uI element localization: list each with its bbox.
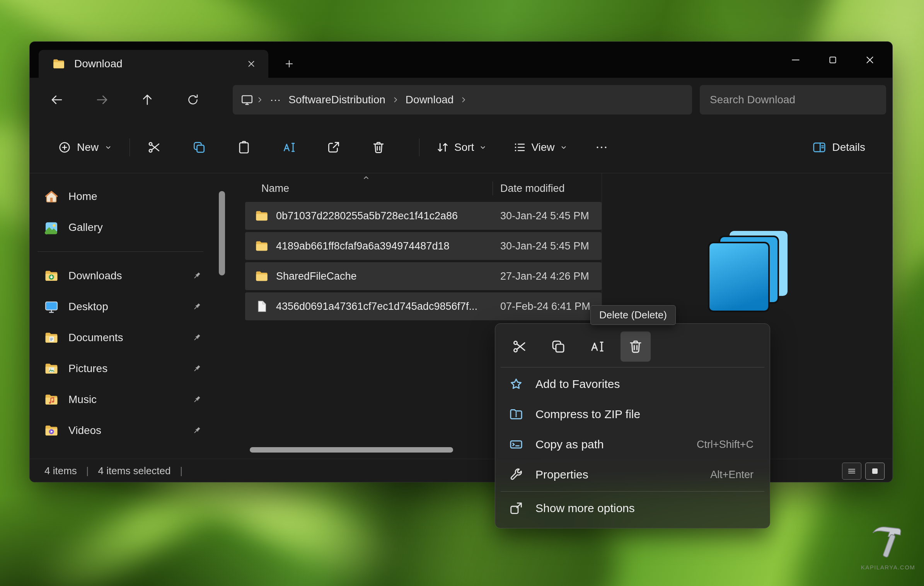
up-button[interactable] xyxy=(138,91,157,109)
large-icons-view-toggle[interactable] xyxy=(865,463,885,480)
sidebar-item-downloads[interactable]: Downloads xyxy=(33,260,214,291)
more-options-button[interactable] xyxy=(587,135,616,160)
chevron-down-icon xyxy=(104,143,113,152)
paste-button[interactable] xyxy=(230,135,258,160)
paste-icon xyxy=(237,140,251,155)
tab-strip: Download xyxy=(30,42,892,78)
more-icon xyxy=(595,140,609,154)
sidebar-scrollbar-thumb[interactable] xyxy=(219,191,225,275)
forward-button[interactable] xyxy=(93,91,111,109)
sidebar-item-pictures[interactable]: Pictures xyxy=(33,353,214,384)
menu-item-add-to-favorites[interactable]: Add to Favorites xyxy=(498,369,767,399)
sidebar-item-videos[interactable]: Videos xyxy=(33,415,214,446)
new-tab-button[interactable] xyxy=(280,55,298,73)
tab-folder-icon xyxy=(52,57,66,71)
file-row[interactable]: SharedFileCache 27-Jan-24 4:26 PM xyxy=(245,262,602,290)
menu-item-show-more-options[interactable]: Show more options xyxy=(498,493,767,523)
sidebar-item-label: Gallery xyxy=(68,221,103,234)
sidebar-item-documents[interactable]: Documents xyxy=(33,322,214,353)
details-view-icon xyxy=(847,466,857,476)
sidebar-item-gallery[interactable]: Gallery xyxy=(33,212,214,243)
copy-button[interactable] xyxy=(543,331,573,362)
sidebar-item-home[interactable]: Home xyxy=(33,181,214,212)
cut-button[interactable] xyxy=(140,135,169,160)
details-view-toggle[interactable] xyxy=(842,463,861,480)
forward-icon xyxy=(95,93,109,107)
folder-icon xyxy=(254,208,269,223)
column-divider[interactable] xyxy=(493,181,493,195)
file-row[interactable]: 4356d0691a47361cf7ec1d745adc9856f7f... 0… xyxy=(245,292,602,320)
sidebar-item-desktop[interactable]: Desktop xyxy=(33,291,214,322)
sidebar-item-label: Pictures xyxy=(68,362,107,375)
new-button[interactable]: New xyxy=(51,136,119,159)
chevron-right-icon[interactable] xyxy=(391,95,400,104)
pictures-icon xyxy=(44,361,59,376)
file-date-modified: 30-Jan-24 5:45 PM xyxy=(493,210,602,222)
view-label: View xyxy=(531,141,554,154)
hammer-logo xyxy=(865,519,911,562)
sidebar-item-label: Videos xyxy=(68,424,101,437)
breadcrumb-download[interactable]: Download xyxy=(402,92,458,108)
downloads-icon xyxy=(44,268,59,284)
cut-button[interactable] xyxy=(505,331,535,362)
share-button[interactable] xyxy=(319,135,348,160)
toolbar-separator xyxy=(419,138,419,156)
sidebar-item-music[interactable]: Music xyxy=(33,384,214,415)
horizontal-scrollbar-thumb[interactable] xyxy=(250,447,453,453)
sidebar: Home Gallery Downloads xyxy=(30,173,217,459)
delete-icon xyxy=(627,338,644,355)
context-menu-quick-actions xyxy=(495,328,770,366)
sidebar-divider xyxy=(38,251,203,252)
share-icon xyxy=(326,140,341,155)
delete-button[interactable] xyxy=(621,331,651,362)
column-header-date-modified[interactable]: Date modified xyxy=(493,183,602,195)
rename-icon xyxy=(589,338,605,355)
path-icon xyxy=(508,437,524,452)
sort-dropdown[interactable]: Sort xyxy=(430,137,493,158)
view-toggles xyxy=(842,463,885,480)
toolbar-separator xyxy=(130,138,130,156)
computer-icon[interactable] xyxy=(240,93,254,106)
rename-button[interactable] xyxy=(274,135,303,160)
refresh-button[interactable] xyxy=(184,91,202,109)
sort-label: Sort xyxy=(454,141,474,154)
menu-item-properties[interactable]: Properties Alt+Enter xyxy=(498,460,767,490)
minimize-button[interactable] xyxy=(777,48,814,72)
column-header-name[interactable]: Name xyxy=(245,183,493,195)
videos-icon xyxy=(44,423,59,438)
breadcrumb-softwaredistribution[interactable]: SoftwareDistribution xyxy=(285,92,389,108)
maximize-button[interactable] xyxy=(814,48,851,72)
sort-icon xyxy=(436,140,450,154)
file-date-modified: 27-Jan-24 4:26 PM xyxy=(493,270,602,282)
details-pane-button[interactable]: Details xyxy=(806,136,871,159)
favorites-icon xyxy=(508,376,524,392)
menu-item-compress-to-zip[interactable]: Compress to ZIP file xyxy=(498,399,767,429)
cut-icon xyxy=(147,140,162,155)
chevron-right-icon[interactable] xyxy=(255,95,264,104)
delete-icon xyxy=(371,140,386,155)
gallery-icon xyxy=(44,220,59,235)
chevron-down-icon xyxy=(479,143,487,152)
navigation-bar: ··· SoftwareDistribution Download xyxy=(30,78,892,121)
close-button[interactable] xyxy=(851,48,888,72)
context-menu-divider xyxy=(501,367,764,367)
tab-close-icon[interactable] xyxy=(243,55,260,72)
pin-icon xyxy=(191,363,203,374)
file-row[interactable]: 0b71037d2280255a5b728ec1f41c2a86 30-Jan-… xyxy=(245,202,602,230)
delete-tooltip: Delete (Delete) xyxy=(590,305,676,325)
tab-download[interactable]: Download xyxy=(39,50,268,78)
file-row[interactable]: 4189ab661ff8cfaf9a6a394974487d18 30-Jan-… xyxy=(245,232,602,260)
search-input[interactable] xyxy=(710,94,876,106)
sidebar-item-label: Downloads xyxy=(68,270,122,282)
chevron-right-icon[interactable] xyxy=(459,95,468,104)
rename-icon xyxy=(281,140,296,155)
rename-button[interactable] xyxy=(582,331,612,362)
breadcrumb-ellipsis[interactable]: ··· xyxy=(266,92,285,108)
plus-icon xyxy=(284,58,295,69)
view-dropdown[interactable]: View xyxy=(506,137,574,158)
back-button[interactable] xyxy=(48,91,66,109)
copy-button[interactable] xyxy=(185,135,213,160)
menu-item-copy-as-path[interactable]: Copy as path Ctrl+Shift+C xyxy=(498,429,767,460)
delete-button[interactable] xyxy=(364,135,393,160)
folder-icon xyxy=(254,239,269,253)
